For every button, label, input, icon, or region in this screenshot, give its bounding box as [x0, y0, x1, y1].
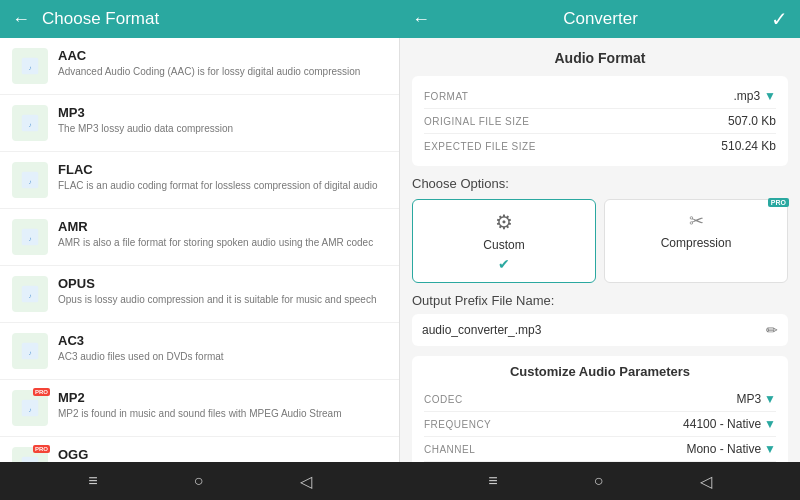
- codec-row: CODEC MP3 ▼: [424, 387, 776, 412]
- svg-text:♪: ♪: [28, 64, 31, 71]
- opus-icon: ♪: [12, 276, 48, 312]
- selected-check-icon: ✔: [498, 256, 510, 272]
- custom-option-label: Custom: [483, 238, 524, 252]
- confirm-button[interactable]: ✓: [771, 7, 788, 31]
- converter-panel: Audio Format FORMAT .mp3 ▼ ORIGINAL FILE…: [400, 38, 800, 462]
- format-name: AMR: [58, 219, 387, 234]
- aac-icon: ♪: [12, 48, 48, 84]
- list-item[interactable]: ♪ OPUS Opus is lossy audio compression a…: [0, 266, 399, 323]
- list-item[interactable]: ♪ AMR AMR is also a file format for stor…: [0, 209, 399, 266]
- options-cards: ⚙ Custom ✔ PRO ✂ Compression: [412, 199, 788, 283]
- channel-row: CHANNEL Mono - Native ▼: [424, 437, 776, 462]
- right-bottom-nav: ≡ ○ ◁: [400, 462, 800, 500]
- format-desc: FLAC is an audio coding format for lossl…: [58, 179, 387, 192]
- back-icon[interactable]: ◁: [300, 472, 312, 491]
- channel-label: CHANNEL: [424, 444, 475, 455]
- audio-format-title: Audio Format: [412, 50, 788, 66]
- choose-options-section: Choose Options: ⚙ Custom ✔ PRO ✂ Compres…: [412, 176, 788, 283]
- ac3-icon: ♪: [12, 333, 48, 369]
- format-desc: Advanced Audio Coding (AAC) is for lossy…: [58, 65, 387, 78]
- format-row: FORMAT .mp3 ▼: [424, 84, 776, 109]
- gear-icon: ⚙: [495, 210, 513, 234]
- frequency-row: FREQUENCY 44100 - Native ▼: [424, 412, 776, 437]
- svg-rect-14: [22, 457, 39, 462]
- format-list: ♪ AAC Advanced Audio Coding (AAC) is for…: [0, 38, 400, 462]
- format-desc: MP2 is found in music and sound files wi…: [58, 407, 387, 420]
- left-bottom-nav: ≡ ○ ◁: [0, 462, 400, 500]
- amr-icon: ♪: [12, 219, 48, 255]
- right-menu-icon[interactable]: ≡: [488, 472, 497, 490]
- format-desc: AMR is also a file format for storing sp…: [58, 236, 387, 249]
- menu-icon[interactable]: ≡: [88, 472, 97, 490]
- bottom-navigation: ≡ ○ ◁ ≡ ○ ◁: [0, 462, 800, 500]
- list-item[interactable]: ♪ MP3 The MP3 lossy audio data compressi…: [0, 95, 399, 152]
- original-size-value: 507.0 Kb: [728, 114, 776, 128]
- format-desc: AC3 audio files used on DVDs format: [58, 350, 387, 363]
- compression-option-card[interactable]: PRO ✂ Compression: [604, 199, 788, 283]
- output-prefix-value: audio_converter_.mp3 ✏: [412, 314, 788, 346]
- channel-value[interactable]: Mono - Native ▼: [686, 442, 776, 456]
- format-dropdown-arrow[interactable]: ▼: [764, 89, 776, 103]
- format-name: OGG: [58, 447, 387, 462]
- svg-text:♪: ♪: [28, 235, 31, 242]
- codec-dropdown-arrow[interactable]: ▼: [764, 392, 776, 406]
- frequency-value[interactable]: 44100 - Native ▼: [683, 417, 776, 431]
- left-header: ← Choose Format: [0, 0, 400, 38]
- original-size-label: ORIGINAL FILE SIZE: [424, 116, 529, 127]
- output-prefix-section: Output Prefix File Name: audio_converter…: [412, 293, 788, 346]
- expected-size-value: 510.24 Kb: [721, 139, 776, 153]
- svg-text:♪: ♪: [28, 292, 31, 299]
- edit-icon[interactable]: ✏: [766, 322, 778, 338]
- format-name: OPUS: [58, 276, 387, 291]
- mp2-icon: ♪: [12, 390, 48, 426]
- svg-text:♪: ♪: [28, 121, 31, 128]
- format-desc: Opus is lossy audio compression and it i…: [58, 293, 387, 306]
- compression-option-label: Compression: [661, 236, 732, 250]
- list-item[interactable]: ♪ OGG OGG file refers to ogg-vorbis, a l…: [0, 437, 399, 462]
- left-back-button[interactable]: ←: [12, 9, 30, 30]
- right-header-title: Converter: [563, 9, 638, 29]
- format-name: MP2: [58, 390, 387, 405]
- format-value[interactable]: .mp3 ▼: [733, 89, 776, 103]
- format-name: AAC: [58, 48, 387, 63]
- pro-tag: PRO: [768, 198, 789, 207]
- list-item[interactable]: ♪ MP2 MP2 is found in music and sound fi…: [0, 380, 399, 437]
- customize-title: Customize Audio Parameters: [424, 364, 776, 379]
- svg-text:♪: ♪: [28, 406, 31, 413]
- codec-label: CODEC: [424, 394, 463, 405]
- frequency-label: FREQUENCY: [424, 419, 491, 430]
- svg-text:♪: ♪: [28, 178, 31, 185]
- right-back-button[interactable]: ←: [412, 9, 430, 30]
- choose-options-title: Choose Options:: [412, 176, 788, 191]
- list-item[interactable]: ♪ FLAC FLAC is an audio coding format fo…: [0, 152, 399, 209]
- expected-size-row: EXPECTED FILE SIZE 510.24 Kb: [424, 134, 776, 158]
- right-header: ← Converter ✓: [400, 0, 800, 38]
- format-name: FLAC: [58, 162, 387, 177]
- customize-audio-card: Customize Audio Parameters CODEC MP3 ▼ F…: [412, 356, 788, 462]
- left-header-title: Choose Format: [42, 9, 159, 29]
- right-home-icon[interactable]: ○: [594, 472, 604, 490]
- right-back-icon[interactable]: ◁: [700, 472, 712, 491]
- home-icon[interactable]: ○: [194, 472, 204, 490]
- codec-value[interactable]: MP3 ▼: [736, 392, 776, 406]
- list-item[interactable]: ♪ AC3 AC3 audio files used on DVDs forma…: [0, 323, 399, 380]
- flac-icon: ♪: [12, 162, 48, 198]
- mp3-icon: ♪: [12, 105, 48, 141]
- prefix-text: audio_converter_.mp3: [422, 323, 541, 337]
- ogg-icon: ♪: [12, 447, 48, 462]
- custom-option-card[interactable]: ⚙ Custom ✔: [412, 199, 596, 283]
- expected-size-label: EXPECTED FILE SIZE: [424, 141, 536, 152]
- format-desc: The MP3 lossy audio data compression: [58, 122, 387, 135]
- svg-text:♪: ♪: [28, 349, 31, 356]
- frequency-dropdown-arrow[interactable]: ▼: [764, 417, 776, 431]
- list-item[interactable]: ♪ AAC Advanced Audio Coding (AAC) is for…: [0, 38, 399, 95]
- original-size-row: ORIGINAL FILE SIZE 507.0 Kb: [424, 109, 776, 134]
- format-label: FORMAT: [424, 91, 468, 102]
- audio-format-card: FORMAT .mp3 ▼ ORIGINAL FILE SIZE 507.0 K…: [412, 76, 788, 166]
- scissors-icon: ✂: [689, 210, 704, 232]
- channel-dropdown-arrow[interactable]: ▼: [764, 442, 776, 456]
- output-prefix-title: Output Prefix File Name:: [412, 293, 788, 308]
- format-name: AC3: [58, 333, 387, 348]
- format-name: MP3: [58, 105, 387, 120]
